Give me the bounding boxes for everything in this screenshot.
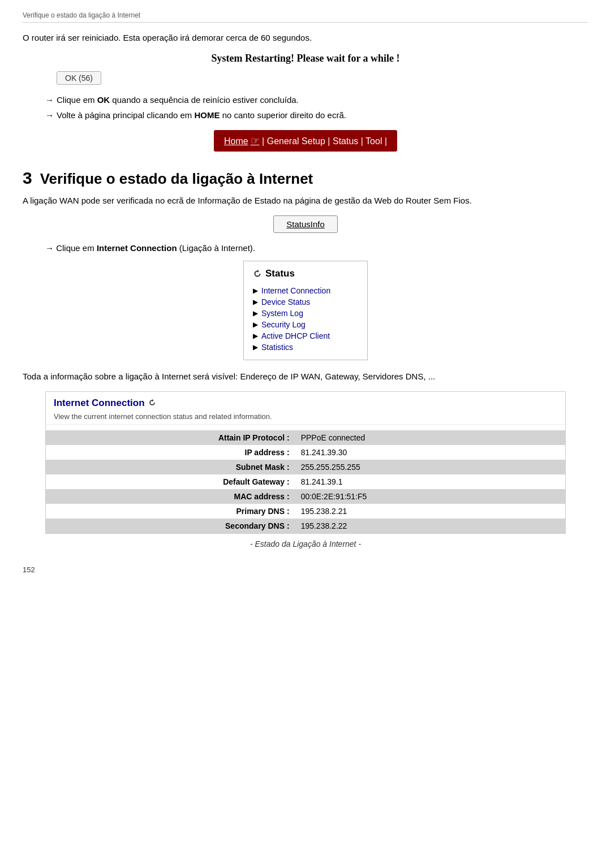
system-restarting-message: System Restarting! Please wait for a whi… <box>23 53 588 64</box>
table-row: Attain IP Protocol : PPPoE connected <box>46 430 565 445</box>
arrow-icon: ▶ <box>253 332 258 340</box>
ok-button[interactable]: OK (56) <box>57 71 101 85</box>
tool-link[interactable]: Tool <box>365 136 382 146</box>
ic-label-mac: MAC address : <box>46 489 295 504</box>
bullet-list: Clique em OK quando a sequência de reiní… <box>45 95 588 120</box>
section-desc: A ligação WAN pode ser verificada no ecr… <box>23 196 588 205</box>
status-menu-list: ▶ Internet Connection ▶ Device Status ▶ … <box>253 285 354 353</box>
bullet-item-1: Clique em OK quando a sequência de reiní… <box>45 95 588 105</box>
more-info-text: Toda a informação sobre a ligação à Inte… <box>23 372 588 381</box>
ic-value-ip: 81.241.39.30 <box>295 445 565 460</box>
status-menu-wrap: Status ▶ Internet Connection ▶ Device St… <box>23 261 588 360</box>
arrow-icon: ▶ <box>253 321 258 329</box>
arrow-icon: ▶ <box>253 309 258 317</box>
ic-label-primary-dns: Primary DNS : <box>46 504 295 519</box>
page-header: Verifique o estado da ligação à Internet <box>23 11 588 23</box>
menu-item-active-dhcp[interactable]: ▶ Active DHCP Client <box>253 330 354 342</box>
page-number: 152 <box>23 565 588 574</box>
security-log-link[interactable]: Security Log <box>261 320 306 329</box>
status-menu-title: Status <box>265 268 295 279</box>
system-log-link[interactable]: System Log <box>261 309 303 318</box>
general-setup-link[interactable]: General Setup <box>267 136 325 146</box>
nav-separator-1: | <box>262 136 267 146</box>
intro-text: O router irá ser reiniciado. Esta operaç… <box>23 33 588 42</box>
bullet-item-2: Volte à página principal clicando em HOM… <box>45 110 588 120</box>
device-status-link[interactable]: Device Status <box>261 297 310 306</box>
nav-bar[interactable]: Home | General Setup | Status | Tool | <box>214 130 397 152</box>
table-row: MAC address : 00:0E:2E:91:51:F5 <box>46 489 565 504</box>
ic-title: Internet Connection <box>54 398 557 409</box>
table-row: Subnet Mask : 255.255.255.255 <box>46 460 565 474</box>
menu-item-internet-connection[interactable]: ▶ Internet Connection <box>253 285 354 296</box>
ic-subtitle: View the current internet connection sta… <box>54 412 557 421</box>
arrow-icon: ▶ <box>253 298 258 306</box>
table-row: Secondary DNS : 195.238.2.22 <box>46 519 565 533</box>
ic-value-mac: 00:0E:2E:91:51:F5 <box>295 489 565 504</box>
internet-connection-bold: Internet Connection <box>97 243 177 253</box>
ic-title-text: Internet Connection <box>54 398 145 409</box>
refresh-icon <box>253 269 262 278</box>
ic-label-ip: IP address : <box>46 445 295 460</box>
ic-value-gateway: 81.241.39.1 <box>295 474 565 489</box>
menu-item-device-status[interactable]: ▶ Device Status <box>253 296 354 308</box>
ic-value-primary-dns: 195.238.2.21 <box>295 504 565 519</box>
nav-bar-wrap: Home | General Setup | Status | Tool | <box>23 130 588 152</box>
status-menu-header: Status <box>253 268 354 279</box>
nav-separator-3: | <box>361 136 365 146</box>
table-row: Primary DNS : 195.238.2.21 <box>46 504 565 519</box>
section-heading: 3 Verifique o estado da ligação à Intern… <box>23 169 588 188</box>
status-link[interactable]: Status <box>333 136 358 146</box>
internet-connection-link[interactable]: Internet Connection <box>261 286 330 295</box>
arrow-icon: ▶ <box>253 287 258 295</box>
ic-value-subnet: 255.255.255.255 <box>295 460 565 474</box>
menu-item-system-log[interactable]: ▶ System Log <box>253 308 354 319</box>
home-link[interactable]: Home <box>224 136 260 146</box>
statistics-link[interactable]: Statistics <box>261 343 293 352</box>
section-number: 3 <box>23 169 32 188</box>
ic-refresh-icon[interactable] <box>148 399 156 408</box>
ic-table: Attain IP Protocol : PPPoE connected IP … <box>46 430 565 533</box>
caption-text: - Estado da Ligação à Internet - <box>23 539 588 549</box>
click-instruction: → Clique em Internet Connection (Ligação… <box>45 243 588 253</box>
status-info-label: StatusInfo <box>286 219 325 229</box>
arrow-icon: ▶ <box>253 343 258 351</box>
internet-connection-box: Internet Connection View the current int… <box>45 391 566 534</box>
ic-label-subnet: Subnet Mask : <box>46 460 295 474</box>
ic-header: Internet Connection View the current int… <box>46 392 565 425</box>
ic-label-gateway: Default Gateway : <box>46 474 295 489</box>
nav-separator-2: | <box>328 136 333 146</box>
section-title: Verifique o estado da ligação à Internet <box>40 170 313 188</box>
table-row: Default Gateway : 81.241.39.1 <box>46 474 565 489</box>
active-dhcp-link[interactable]: Active DHCP Client <box>261 331 330 340</box>
ic-value-secondary-dns: 195.238.2.22 <box>295 519 565 533</box>
menu-item-security-log[interactable]: ▶ Security Log <box>253 319 354 330</box>
status-info-wrap: StatusInfo <box>23 215 588 233</box>
ic-label-secondary-dns: Secondary DNS : <box>46 519 295 533</box>
ic-value-attain-ip: PPPoE connected <box>295 430 565 445</box>
ic-label-attain-ip: Attain IP Protocol : <box>46 430 295 445</box>
status-info-button[interactable]: StatusInfo <box>273 215 338 233</box>
status-menu: Status ▶ Internet Connection ▶ Device St… <box>243 261 368 360</box>
table-row: IP address : 81.241.39.30 <box>46 445 565 460</box>
menu-item-statistics[interactable]: ▶ Statistics <box>253 342 354 353</box>
nav-separator-4: | <box>385 136 387 146</box>
